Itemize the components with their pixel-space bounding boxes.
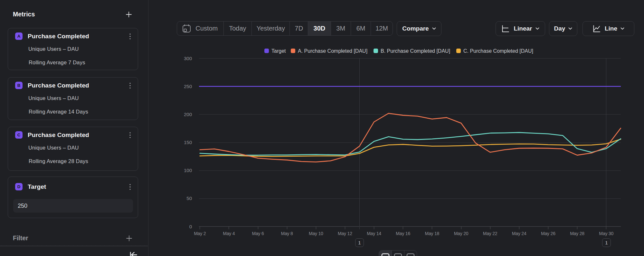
svg-text:May 30: May 30 — [599, 231, 613, 236]
svg-text:May 10: May 10 — [309, 231, 323, 236]
svg-text:May 8: May 8 — [281, 231, 293, 236]
svg-text:300: 300 — [184, 56, 192, 61]
svg-text:May 24: May 24 — [512, 231, 526, 236]
svg-text:May 2: May 2 — [194, 231, 206, 236]
svg-text:May 4: May 4 — [223, 231, 235, 236]
svg-text:0: 0 — [189, 224, 192, 229]
svg-text:200: 200 — [184, 112, 192, 117]
svg-text:May 6: May 6 — [252, 231, 264, 236]
svg-text:May 20: May 20 — [454, 231, 469, 236]
svg-text:50: 50 — [186, 196, 192, 201]
svg-text:May 14: May 14 — [367, 231, 381, 236]
svg-text:May 16: May 16 — [396, 231, 410, 236]
svg-text:150: 150 — [184, 140, 192, 145]
svg-text:May 12: May 12 — [338, 231, 352, 236]
svg-text:250: 250 — [184, 84, 192, 89]
svg-text:100: 100 — [184, 168, 192, 173]
svg-text:May 18: May 18 — [425, 231, 439, 236]
svg-text:May 22: May 22 — [483, 231, 497, 236]
svg-text:May 26: May 26 — [541, 231, 555, 236]
svg-text:May 28: May 28 — [570, 231, 584, 236]
